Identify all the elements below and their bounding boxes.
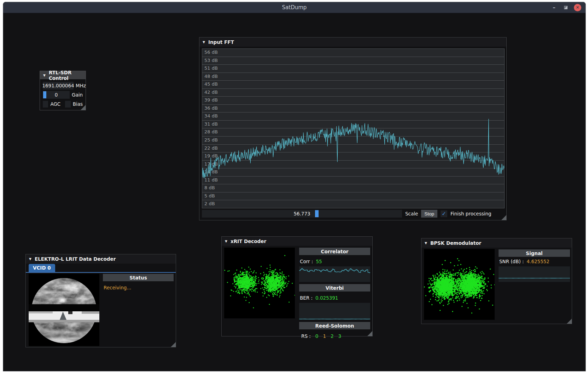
fft-db-tick: 51 dB	[202, 64, 504, 73]
collapse-arrow-icon[interactable]: ▼	[425, 241, 427, 245]
xrit-decoder-panel: ▼ xRIT Decoder Correlator Corr : 55 Vite…	[221, 236, 373, 336]
gain-value: 0	[43, 91, 70, 99]
snr-chart	[499, 266, 570, 282]
snr-value: 4.625552	[527, 259, 549, 264]
fft-db-tick: 48 dB	[202, 73, 504, 81]
reed-solomon-section-header: Reed-Solomon	[299, 322, 370, 329]
fft-db-tick: 5 dB	[202, 192, 504, 200]
rs-value-2: 2	[331, 333, 334, 339]
fft-panel-title: Input FFT	[208, 39, 234, 45]
elektro-status-column: Status Receiving...	[103, 274, 174, 290]
fft-db-tick: 36 dB	[202, 104, 504, 112]
window-titlebar[interactable]: SatDump – ✕	[3, 2, 586, 13]
fft-db-tick: 22 dB	[202, 144, 504, 152]
fft-db-tick: 8 dB	[202, 184, 504, 192]
fft-db-tick: 56 dB	[202, 48, 504, 57]
resize-grip[interactable]	[81, 105, 86, 110]
rs-values-row: RS : 0 1 2 3	[299, 331, 370, 339]
corr-value: 55	[316, 259, 322, 264]
bpsk-panel-header[interactable]: ▼ BPSK Demodulator	[421, 238, 572, 248]
signal-section-header: Signal	[499, 249, 570, 257]
finish-processing-checkbox[interactable]: ✓	[441, 210, 447, 217]
app-content: ▼ RTL-SDR Control 1691.000064 MHz 0 Gain	[3, 13, 586, 371]
rs-value-0: 0	[315, 333, 319, 339]
fft-controls: 56.773 Scale Stop ✓ Finish processing	[202, 210, 504, 218]
tab-vcid-0[interactable]: VCID 0	[29, 264, 55, 272]
scale-slider[interactable]: 56.773	[202, 210, 402, 218]
fft-db-tick: 53 dB	[202, 57, 504, 65]
status-section-header: Status	[103, 274, 174, 281]
correlator-chart	[299, 266, 370, 282]
xrit-panel-title: xRIT Decoder	[231, 238, 266, 244]
collapse-arrow-icon[interactable]: ▼	[225, 240, 227, 243]
fft-db-tick: 25 dB	[202, 136, 504, 144]
bpsk-panel-title: BPSK Demodulator	[430, 240, 481, 246]
received-satellite-image	[29, 274, 99, 346]
agc-checkbox[interactable]	[43, 101, 48, 108]
tab-underline	[26, 272, 176, 273]
fft-db-tick: 14 dB	[202, 168, 504, 176]
restore-icon[interactable]	[563, 5, 568, 10]
checkmark-icon: ✓	[442, 210, 446, 217]
fft-db-tick: 45 dB	[202, 80, 504, 88]
gain-label: Gain	[72, 92, 83, 98]
scale-value: 56.773	[202, 210, 402, 218]
viterbi-section-header: Viterbi	[299, 284, 370, 292]
fft-db-tick: 34 dB	[202, 112, 504, 120]
rtlsdr-panel-title: RTL-SDR Control	[49, 70, 82, 81]
fft-db-tick: 28 dB	[202, 128, 504, 136]
rtlsdr-panel-header[interactable]: ▼ RTL-SDR Control	[40, 71, 86, 79]
fft-grid-rows: 56 dB53 dB51 dB48 dB45 dB42 dB39 dB36 dB…	[202, 48, 504, 208]
bpsk-constellation	[424, 249, 495, 320]
resize-grip[interactable]	[501, 215, 506, 220]
resize-grip[interactable]	[367, 331, 372, 336]
xrit-stats-column: Correlator Corr : 55 Viterbi BER : 0.025…	[299, 248, 370, 339]
resize-grip[interactable]	[567, 319, 572, 324]
correlator-section-header: Correlator	[299, 248, 370, 255]
scale-label: Scale	[405, 211, 418, 217]
viterbi-chart	[299, 303, 370, 320]
xrit-panel-header[interactable]: ▼ xRIT Decoder	[222, 237, 372, 246]
minimize-icon[interactable]: –	[551, 6, 557, 9]
rs-value-1: 1	[323, 333, 326, 339]
desktop-background: SatDump – ✕ ▼ RTL-SDR Control	[0, 0, 588, 375]
window-controls: – ✕	[551, 2, 581, 13]
rs-label: RS :	[301, 333, 311, 339]
fft-db-tick: 39 dB	[202, 96, 504, 104]
finish-processing-label: Finish processing	[450, 211, 491, 217]
collapse-arrow-icon[interactable]: ▼	[29, 257, 31, 261]
collapse-arrow-icon[interactable]: ▼	[43, 74, 46, 77]
frequency-input[interactable]: 1691.000064	[43, 82, 74, 90]
frequency-unit-label: MHz	[76, 83, 86, 88]
rs-value-3: 3	[338, 333, 342, 339]
fft-db-tick: 19 dB	[202, 152, 504, 160]
satdump-window: SatDump – ✕ ▼ RTL-SDR Control	[3, 2, 586, 371]
fft-chart: 56 dB53 dB51 dB48 dB45 dB42 dB39 dB36 dB…	[202, 48, 505, 208]
ber-label: BER :	[300, 295, 313, 301]
corr-label: Corr :	[300, 259, 313, 264]
fft-db-tick: 11 dB	[202, 176, 504, 184]
window-title: SatDump	[282, 4, 307, 11]
snr-label: SNR (dB) :	[499, 259, 524, 264]
xrit-constellation	[224, 248, 295, 318]
fft-db-tick: 17 dB	[202, 160, 504, 168]
agc-label: AGC	[50, 101, 60, 107]
bias-checkbox[interactable]	[65, 101, 70, 108]
elektro-panel-header[interactable]: ▼ ELEKTRO-L LRIT Data Decoder	[26, 254, 176, 264]
bpsk-demodulator-panel: ▼ BPSK Demodulator Signal SNR (dB) : 4.6…	[421, 238, 572, 324]
ber-value: 0.025391	[315, 295, 338, 301]
rtlsdr-panel-body: 1691.000064 MHz 0 Gain AGC	[40, 79, 86, 108]
status-value: Receiving...	[103, 281, 174, 290]
gain-slider[interactable]: 0	[43, 91, 70, 99]
fft-panel-header[interactable]: ▼ Input FFT	[199, 38, 506, 47]
rtlsdr-control-panel: ▼ RTL-SDR Control 1691.000064 MHz 0 Gain	[40, 71, 86, 110]
close-icon[interactable]: ✕	[574, 4, 581, 11]
fft-db-tick: 31 dB	[202, 120, 504, 128]
input-fft-panel: ▼ Input FFT 56 dB53 dB51 dB48 dB45 dB42 …	[199, 37, 507, 220]
resize-grip[interactable]	[171, 342, 176, 347]
bpsk-stats-column: Signal SNR (dB) : 4.625552	[499, 249, 570, 282]
stop-button[interactable]: Stop	[421, 210, 437, 218]
elektro-panel-title: ELEKTRO-L LRIT Data Decoder	[35, 256, 116, 262]
collapse-arrow-icon[interactable]: ▼	[203, 40, 205, 44]
fft-db-tick: 2 dB	[202, 200, 504, 208]
